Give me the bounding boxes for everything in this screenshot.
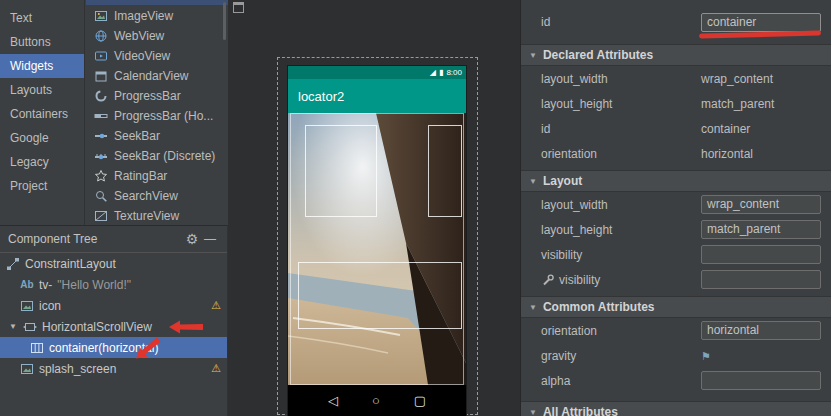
id-attribute-row: id container — [521, 0, 831, 44]
gear-icon[interactable]: ⚙ — [183, 231, 201, 247]
minimize-icon[interactable]: — — [201, 232, 219, 246]
wrench-icon — [541, 273, 555, 287]
layout-height-input[interactable]: match_parent — [701, 220, 821, 239]
attribute-name: visibility — [559, 273, 600, 287]
widget-item-seekbar-discrete[interactable]: SeekBar (Discrete) — [86, 146, 228, 166]
widget-item-seekbar[interactable]: SeekBar — [86, 126, 228, 146]
attribute-name: orientation — [541, 324, 701, 338]
widget-item-label: WebView — [114, 29, 164, 43]
nav-recents-icon[interactable]: ▢ — [414, 393, 426, 408]
nav-home-icon[interactable]: ○ — [372, 393, 380, 408]
horizontal-scrollview-icon — [23, 320, 37, 334]
alpha-input[interactable] — [701, 371, 821, 390]
widget-item-calendarview[interactable]: CalendarView — [86, 66, 228, 86]
widget-item-label: SeekBar — [114, 129, 160, 143]
progressbar-icon — [94, 89, 108, 103]
widget-item-label: VideoView — [114, 49, 170, 63]
child-view-outline-1 — [305, 125, 377, 217]
attribute-name: id — [541, 122, 701, 136]
widget-item-ratingbar[interactable]: RatingBar — [86, 166, 228, 186]
widget-item-textureview[interactable]: TextureView — [86, 206, 228, 225]
widget-item-progressbar-horizontal[interactable]: ProgressBar (Ho... — [86, 106, 228, 126]
widget-item-webview[interactable]: WebView — [86, 26, 228, 46]
section-common-attributes[interactable]: ▼ Common Attributes — [521, 296, 831, 318]
palette-scrollbar[interactable] — [223, 2, 226, 40]
tree-item-textview[interactable]: Ab tv- "Hello World!" — [0, 274, 227, 295]
webview-icon — [94, 29, 108, 43]
attribute-value[interactable]: container — [701, 122, 821, 136]
attribute-row: id container — [521, 116, 831, 141]
section-all-attributes[interactable]: ▼ All Attributes — [521, 401, 831, 416]
seekbar-discrete-icon — [94, 149, 108, 163]
attribute-value[interactable]: match_parent — [701, 97, 821, 111]
imageview-icon — [94, 9, 108, 23]
attribute-row: alpha — [521, 368, 831, 393]
component-tree-panel: Component Tree ⚙ — ConstraintLayout Ab t… — [0, 225, 228, 416]
attribute-name: id — [541, 15, 701, 29]
videoview-icon — [94, 49, 108, 63]
attribute-value[interactable]: wrap_content — [701, 72, 821, 86]
imageview-icon — [20, 362, 34, 376]
palette-category-buttons[interactable]: Buttons — [0, 30, 84, 54]
warning-icon[interactable]: ⚠ — [211, 362, 221, 375]
tree-item-label: icon — [39, 299, 61, 313]
attribute-name: layout_width — [541, 72, 701, 86]
palette-category-legacy[interactable]: Legacy — [0, 150, 84, 174]
attribute-name: alpha — [541, 374, 701, 388]
widget-item-label: TextureView — [114, 209, 179, 223]
attribute-name: layout_width — [541, 198, 701, 212]
flag-icon[interactable]: ⚑ — [701, 349, 715, 363]
tree-item-text-value: "Hello World!" — [57, 278, 131, 292]
palette-category-project[interactable]: Project — [0, 174, 84, 198]
signal-icon: ◢ — [430, 68, 436, 77]
section-title: Declared Attributes — [543, 48, 653, 62]
tree-item-constraintlayout[interactable]: ConstraintLayout — [0, 253, 227, 274]
widget-item-imageview[interactable]: ImageView — [86, 6, 228, 26]
device-nav-bar: ◁ ○ ▢ — [288, 385, 466, 416]
tree-item-label: splash_screen — [39, 362, 116, 376]
section-title: Common Attributes — [543, 300, 655, 314]
calendarview-icon — [94, 69, 108, 83]
component-tree-title: Component Tree — [8, 232, 183, 246]
palette-category-text[interactable]: Text — [0, 6, 84, 30]
attribute-name: gravity — [541, 349, 701, 363]
design-canvas[interactable]: ◢ ▮ 8:00 locator2 — [228, 0, 520, 416]
warning-icon[interactable]: ⚠ — [211, 299, 221, 312]
seekbar-icon — [94, 129, 108, 143]
widget-item-videoview[interactable]: VideoView — [86, 46, 228, 66]
widget-item-searchview[interactable]: SearchView — [86, 186, 228, 206]
section-layout[interactable]: ▼ Layout — [521, 170, 831, 192]
canvas-toolbar-icon — [233, 2, 244, 13]
attribute-row: orientation horizontal — [521, 141, 831, 166]
attribute-value[interactable]: horizontal — [701, 147, 821, 161]
id-input[interactable]: container — [701, 13, 821, 32]
attribute-name: layout_height — [541, 97, 701, 111]
section-title: Layout — [543, 174, 582, 188]
visibility-input[interactable] — [701, 245, 821, 264]
tree-item-splash-screen[interactable]: splash_screen ⚠ — [0, 358, 227, 379]
layout-width-input[interactable]: wrap_content — [701, 195, 821, 214]
chevron-down-icon[interactable]: ▼ — [8, 322, 18, 331]
attribute-row: gravity ⚑ — [521, 343, 831, 368]
attribute-row: orientation horizontal — [521, 318, 831, 343]
palette-category-widgets[interactable]: Widgets — [0, 54, 84, 78]
chevron-down-icon: ▼ — [529, 303, 537, 312]
constraint-layout-icon — [6, 257, 20, 271]
palette-widget-list: ImageView WebView VideoView CalendarView… — [86, 0, 228, 225]
nav-back-icon[interactable]: ◁ — [328, 393, 338, 408]
widget-item-label: ProgressBar (Ho... — [114, 109, 213, 123]
tools-visibility-input[interactable] — [701, 270, 821, 289]
palette-category-containers[interactable]: Containers — [0, 102, 84, 126]
tree-item-container-horizontal[interactable]: container(horizontal) — [0, 337, 227, 358]
attribute-row: visibility — [521, 242, 831, 267]
tree-item-icon[interactable]: icon ⚠ — [0, 295, 227, 316]
palette-category-list: Text Buttons Widgets Layouts Containers … — [0, 0, 85, 225]
palette-category-google[interactable]: Google — [0, 126, 84, 150]
palette-category-layouts[interactable]: Layouts — [0, 78, 84, 102]
widget-item-label: CalendarView — [114, 69, 189, 83]
attributes-panel: id container ▼ Declared Attributes layou… — [520, 0, 831, 416]
attribute-row: visibility — [521, 267, 831, 292]
section-declared-attributes[interactable]: ▼ Declared Attributes — [521, 44, 831, 66]
widget-item-progressbar[interactable]: ProgressBar — [86, 86, 228, 106]
orientation-input[interactable]: horizontal — [701, 321, 821, 340]
